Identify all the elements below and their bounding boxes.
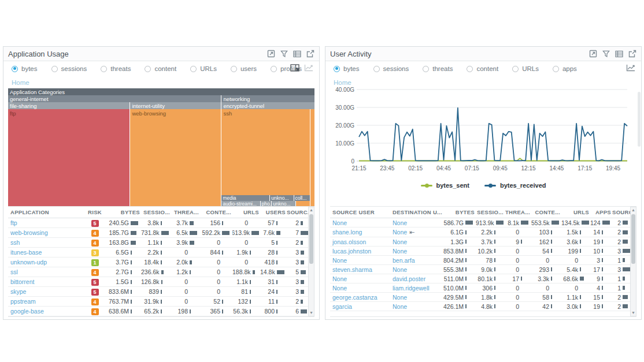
column-header[interactable]: APPLICATION	[8, 207, 86, 218]
destination-user-link[interactable]: None	[393, 229, 407, 236]
metric-radio-content[interactable]: content	[467, 65, 498, 72]
source-user-link[interactable]: steven.sharma	[332, 266, 372, 273]
destination-user-link[interactable]: None	[393, 238, 407, 245]
destination-user-link[interactable]: None	[393, 294, 407, 301]
metric-radio-sessions[interactable]: sessions	[51, 65, 87, 72]
application-link[interactable]: skype	[10, 288, 26, 295]
table-scrollbar[interactable]: ▲ ▼	[308, 207, 314, 316]
radio-icon[interactable]	[190, 66, 197, 72]
radio-icon[interactable]	[101, 66, 107, 72]
column-header[interactable]: BYTES	[442, 207, 476, 218]
radio-icon[interactable]	[373, 66, 380, 72]
metric-radio-bytes[interactable]: bytes	[12, 65, 38, 72]
metric-radio-sessions[interactable]: sessions	[373, 65, 409, 72]
radio-icon[interactable]	[145, 66, 151, 72]
table-icon[interactable]	[615, 50, 623, 58]
destination-user-link[interactable]: None	[393, 219, 407, 226]
legend-item-bytes-received[interactable]: bytes_received	[484, 182, 546, 189]
source-user-link[interactable]: None	[332, 285, 347, 292]
column-header[interactable]: SESSIO...	[141, 207, 171, 218]
radio-icon[interactable]	[512, 66, 519, 72]
radio-icon[interactable]	[334, 66, 340, 72]
destination-user-link[interactable]: liam.ridgewell	[393, 285, 430, 292]
metric-radio-users[interactable]: users	[231, 65, 257, 72]
source-user-link[interactable]: sgarcia	[332, 303, 352, 310]
column-header[interactable]: DESTINATION U...	[390, 207, 442, 218]
treemap-node[interactable]: coll...	[294, 195, 310, 201]
scroll-down-icon[interactable]: ▼	[309, 310, 313, 316]
metric-radio-urls[interactable]: URLs	[190, 65, 217, 72]
filter-icon[interactable]	[280, 50, 288, 58]
line-chart-view-icon[interactable]	[304, 64, 313, 72]
column-header[interactable]: THREA...	[171, 207, 200, 218]
destination-user-link[interactable]: None	[393, 266, 407, 273]
scroll-down-icon[interactable]: ▼	[631, 310, 635, 316]
source-user-link[interactable]: lucas.johnston	[332, 248, 371, 255]
metric-radio-bytes[interactable]: bytes	[334, 65, 360, 72]
application-link[interactable]: ftp	[10, 219, 17, 226]
application-link[interactable]: ppstream	[10, 298, 36, 305]
expand-icon[interactable]	[589, 50, 597, 58]
radio-icon[interactable]	[51, 66, 58, 72]
application-link[interactable]: itunes-base	[10, 249, 42, 256]
source-user-link[interactable]: shane.long	[332, 229, 362, 236]
radio-icon[interactable]	[12, 66, 18, 72]
application-link[interactable]: google-base	[10, 308, 44, 315]
treemap-node[interactable]: networking	[221, 95, 314, 102]
treemap-root-header[interactable]: Application Categories	[8, 88, 314, 95]
line-chart-view-icon[interactable]	[626, 64, 635, 72]
export-icon[interactable]	[628, 50, 636, 58]
treemap-node[interactable]: unkno...	[270, 195, 294, 201]
treemap-node[interactable]: audio-streami...	[221, 201, 260, 207]
destination-user-link[interactable]: david.poster	[393, 275, 425, 282]
column-header[interactable]: SOURC...	[287, 207, 311, 218]
scroll-up-icon[interactable]: ▲	[631, 207, 635, 213]
treemap-node[interactable]: pho...	[261, 201, 272, 207]
metric-radio-threats[interactable]: threats	[101, 65, 131, 72]
scrollbar-thumb[interactable]	[631, 214, 635, 264]
chart-scrollbar-hint[interactable]	[638, 92, 641, 147]
treemap-node[interactable]: media	[221, 195, 270, 201]
source-user-link[interactable]: None	[332, 257, 347, 264]
source-user-link[interactable]: None	[332, 219, 347, 226]
column-header[interactable]: CONTE...	[200, 207, 232, 218]
treemap-view-icon[interactable]	[290, 64, 299, 72]
radio-icon[interactable]	[553, 66, 559, 72]
treemap-node[interactable]: encrypted-tunnel	[221, 102, 314, 109]
column-header[interactable]: THREA...	[505, 207, 531, 218]
column-header[interactable]: SOURCE USER	[330, 207, 390, 218]
treemap-cell-web-browsing[interactable]: web-browsing	[130, 109, 221, 206]
scroll-up-icon[interactable]: ▲	[309, 207, 313, 213]
application-link[interactable]: web-browsing	[10, 229, 48, 236]
metric-radio-threats[interactable]: threats	[423, 65, 453, 72]
scrollbar-thumb[interactable]	[309, 214, 313, 264]
column-header[interactable]: CONTE...	[531, 207, 561, 218]
radio-icon[interactable]	[467, 66, 473, 72]
table-scrollbar[interactable]: ▲ ▼	[630, 207, 636, 316]
treemap-node[interactable]: internet-utility	[130, 102, 221, 109]
radio-icon[interactable]	[423, 66, 429, 72]
column-header[interactable]: APPS	[590, 207, 612, 218]
radio-icon[interactable]	[231, 66, 237, 72]
column-header[interactable]: BYTES	[105, 207, 141, 218]
source-user-link[interactable]: None	[332, 275, 347, 282]
treemap-cell-sliver[interactable]	[296, 201, 310, 207]
expand-icon[interactable]	[267, 50, 275, 58]
application-link[interactable]: ssl	[10, 268, 18, 275]
application-link[interactable]: bittorrent	[10, 278, 34, 285]
destination-user-link[interactable]: None	[393, 303, 407, 310]
treemap-cell-sliver[interactable]	[310, 109, 314, 206]
metric-radio-apps[interactable]: apps	[553, 65, 577, 72]
metric-radio-content[interactable]: content	[145, 65, 176, 72]
column-header[interactable]: RISK	[86, 207, 105, 218]
legend-item-bytes-sent[interactable]: bytes_sent	[421, 182, 469, 189]
metric-radio-urls[interactable]: URLs	[512, 65, 539, 72]
export-icon[interactable]	[306, 50, 314, 58]
destination-user-link[interactable]: None	[393, 248, 407, 255]
source-user-link[interactable]: jonas.olsson	[332, 238, 366, 245]
column-header[interactable]: SESSIO...	[476, 207, 505, 218]
radio-icon[interactable]	[271, 66, 277, 72]
source-user-link[interactable]: george.castanza	[332, 294, 377, 301]
filter-icon[interactable]	[602, 50, 610, 58]
treemap-cell-ftp[interactable]: ftp	[8, 109, 129, 206]
